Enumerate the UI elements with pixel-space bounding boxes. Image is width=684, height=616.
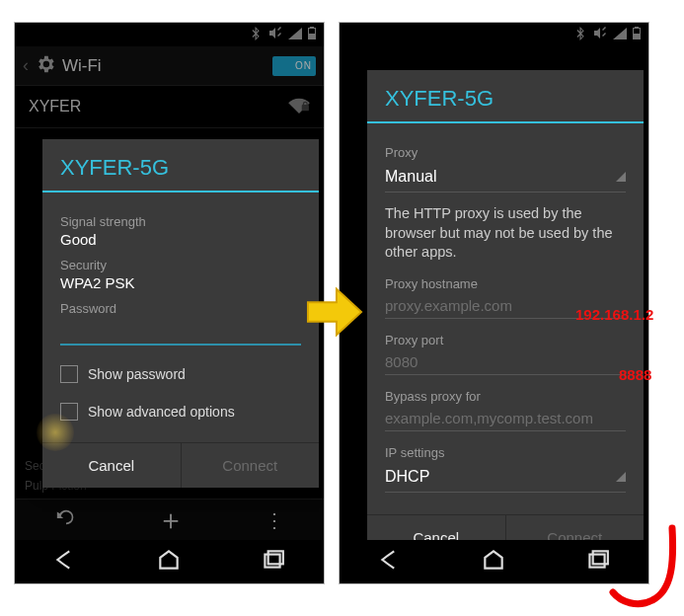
annotation-mark-icon	[603, 523, 682, 612]
back-nav-icon[interactable]	[378, 547, 404, 577]
password-label: Password	[60, 301, 301, 316]
checkbox-icon[interactable]	[60, 365, 78, 383]
back-nav-icon[interactable]	[53, 547, 79, 577]
phone-left: ‹ Wi-Fi ON XYFER Secured with WPA2 (WPS …	[14, 22, 325, 584]
security-value: WPA2 PSK	[60, 274, 301, 291]
dialog-title: XYFER-5G	[367, 70, 644, 121]
dropdown-icon	[616, 172, 626, 182]
password-input[interactable]	[60, 322, 301, 346]
connect-button[interactable]: Connect	[181, 443, 320, 488]
proxy-host-label: Proxy hostname	[385, 276, 626, 291]
show-password-row[interactable]: Show password	[60, 365, 301, 383]
show-advanced-label: Show advanced options	[88, 404, 235, 420]
android-navbar	[15, 540, 324, 583]
proxy-label: Proxy	[385, 145, 626, 160]
recents-nav-icon[interactable]	[260, 547, 285, 577]
ip-settings-select[interactable]: DHCP	[385, 462, 626, 493]
bypass-label: Bypass proxy for	[385, 389, 626, 404]
annotation-host: 192.168.1.2	[575, 306, 653, 323]
signal-value: Good	[60, 231, 301, 248]
bypass-input[interactable]	[385, 406, 626, 431]
home-nav-icon[interactable]	[156, 547, 182, 577]
show-password-label: Show password	[88, 366, 186, 382]
proxy-port-label: Proxy port	[385, 333, 626, 347]
wifi-connect-dialog: XYFER-5G Signal strength Good Security W…	[42, 139, 319, 488]
proxy-description: The HTTP proxy is used by the browser bu…	[385, 204, 626, 263]
phone-right: XYFER-5G Proxy Manual The HTTP proxy is …	[339, 22, 649, 584]
proxy-value: Manual	[385, 162, 436, 192]
proxy-port-input[interactable]	[385, 349, 626, 375]
proxy-select[interactable]: Manual	[385, 162, 626, 192]
checkbox-icon[interactable]	[60, 403, 78, 421]
home-nav-icon[interactable]	[481, 547, 506, 577]
dialog-title: XYFER-5G	[42, 139, 319, 191]
signal-label: Signal strength	[60, 214, 301, 229]
cancel-button[interactable]: Cancel	[42, 443, 181, 488]
step-arrow-icon	[306, 286, 363, 338]
ip-settings-label: IP settings	[385, 445, 626, 460]
security-label: Security	[60, 258, 301, 272]
dropdown-icon	[616, 472, 626, 482]
annotation-port: 8888	[619, 366, 651, 383]
show-advanced-row[interactable]: Show advanced options	[60, 403, 301, 421]
ip-settings-value: DHCP	[385, 462, 429, 492]
